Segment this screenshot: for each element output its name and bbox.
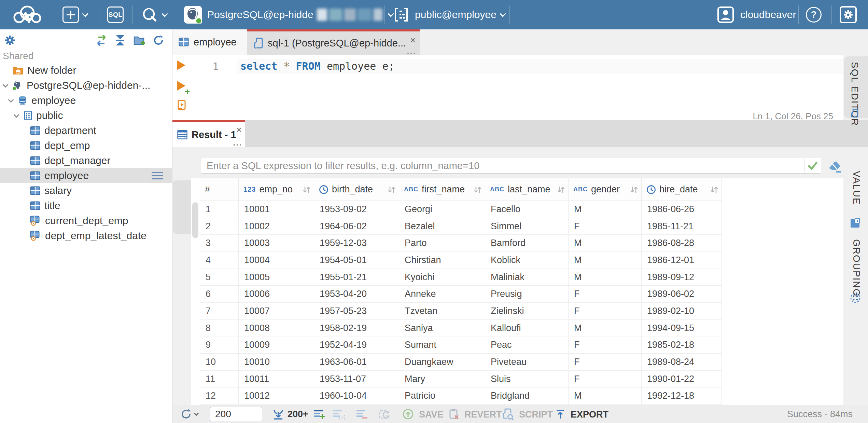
data-cell[interactable]: 1989-09-12 — [642, 269, 722, 286]
revert-label[interactable]: REVERT — [464, 409, 502, 420]
data-cell[interactable]: 1985-02-18 — [642, 337, 722, 354]
data-cell[interactable]: 1986-08-28 — [642, 235, 722, 252]
execute-query-button[interactable] — [177, 60, 185, 70]
data-cell[interactable]: M — [569, 201, 642, 218]
open-sql-editor-button[interactable]: SQL — [107, 0, 124, 29]
data-cell[interactable]: Zielinski — [485, 303, 569, 320]
duplicate-row-button[interactable]: (+) — [332, 405, 346, 423]
data-cell[interactable]: Bamford — [485, 235, 569, 252]
data-cell[interactable]: 1992-12-18 — [642, 388, 722, 405]
data-cell[interactable]: 10007 — [239, 303, 314, 320]
data-cell[interactable]: 10010 — [239, 354, 314, 371]
script-button[interactable] — [502, 405, 514, 423]
row-number-cell[interactable]: 6 — [200, 286, 239, 303]
value-panel-icon[interactable] — [850, 218, 860, 228]
save-button[interactable] — [402, 405, 414, 423]
data-cell[interactable]: Patricio — [399, 388, 485, 405]
close-tab-icon[interactable]: × — [410, 36, 416, 45]
data-cell[interactable]: 10011 — [239, 371, 314, 388]
row-number-cell[interactable]: 7 — [200, 303, 239, 320]
sidebar-item-new-folder[interactable]: New folder — [0, 63, 172, 78]
data-cell[interactable]: 1952-04-19 — [314, 337, 399, 354]
data-cell[interactable]: Piveteau — [485, 354, 569, 371]
data-cell[interactable]: 1990-01-22 — [642, 371, 722, 388]
data-cell[interactable]: M — [569, 388, 642, 405]
column-header-gender[interactable]: ABC gender — [569, 178, 642, 201]
sort-icon[interactable] — [473, 185, 482, 194]
sidebar-item-table-title[interactable]: title — [0, 198, 172, 213]
sort-icon[interactable] — [557, 185, 565, 194]
clear-filter-button[interactable] — [827, 159, 842, 174]
sql-editor-panel-icon[interactable] — [851, 109, 858, 118]
user-menu[interactable]: cloudbeaver — [717, 0, 796, 29]
data-cell[interactable]: 1953-04-20 — [314, 286, 399, 303]
sidebar-item-table-employee[interactable]: employee — [0, 168, 172, 183]
data-cell[interactable]: 1960-10-04 — [314, 388, 399, 405]
execute-script-button[interactable] — [177, 100, 187, 111]
data-cell[interactable]: 1959-12-03 — [314, 235, 399, 252]
data-cell[interactable]: Georgi — [399, 201, 485, 218]
auto-refresh-button[interactable] — [378, 405, 390, 423]
data-cell[interactable]: 1957-05-23 — [314, 303, 399, 320]
data-cell[interactable]: M — [569, 235, 642, 252]
script-label[interactable]: SCRIPT — [519, 409, 553, 420]
refresh-icon[interactable] — [153, 35, 164, 46]
filter-expression-input[interactable] — [201, 158, 821, 174]
data-cell[interactable]: 10006 — [239, 286, 314, 303]
data-cell[interactable]: M — [569, 269, 642, 286]
row-number-cell[interactable]: 2 — [200, 218, 239, 235]
execute-new-tab-button[interactable]: + — [177, 81, 185, 91]
row-number-cell[interactable]: 1 — [200, 201, 239, 218]
data-cell[interactable]: M — [569, 252, 642, 269]
data-cell[interactable]: 1953-09-02 — [314, 201, 399, 218]
help-button[interactable]: ? — [806, 0, 822, 29]
data-cell[interactable]: Koblick — [485, 252, 569, 269]
apply-filter-button[interactable] — [804, 158, 821, 173]
data-cell[interactable]: 1955-01-21 — [314, 269, 399, 286]
sidebar-item-database-employee[interactable]: employee — [0, 93, 172, 108]
connection-selector[interactable]: PostgreSQL@ep-hidde — [184, 0, 393, 29]
result-more-icon[interactable]: ... — [233, 138, 242, 147]
data-cell[interactable]: Sluis — [485, 371, 569, 388]
vertical-scrollbar-thumb[interactable] — [192, 202, 198, 238]
data-cell[interactable]: 10008 — [239, 320, 314, 337]
data-cell[interactable]: Anneke — [399, 286, 485, 303]
sidebar-item-table-dept-manager[interactable]: dept_manager — [0, 153, 172, 168]
row-number-cell[interactable]: 4 — [200, 252, 239, 269]
row-limit-input[interactable] — [210, 407, 262, 421]
item-menu-icon[interactable] — [152, 170, 163, 181]
data-cell[interactable]: 1954-05-01 — [314, 252, 399, 269]
data-cell[interactable]: Sumant — [399, 337, 485, 354]
data-cell[interactable]: 1994-09-15 — [642, 320, 722, 337]
sidebar-settings-gear-icon[interactable] — [3, 34, 16, 47]
tab-table-view[interactable] — [173, 180, 191, 234]
data-cell[interactable]: F — [569, 354, 642, 371]
data-cell[interactable]: Peac — [485, 337, 569, 354]
settings-button[interactable] — [839, 0, 857, 29]
data-cell[interactable]: 1985-11-21 — [642, 218, 722, 235]
tab-result-1[interactable]: Result - 1 × ... — [172, 120, 245, 147]
data-cell[interactable]: Facello — [485, 201, 569, 218]
data-cell[interactable]: Chirstian — [399, 252, 485, 269]
tab-employee[interactable]: employee — [172, 29, 247, 55]
column-header-birth-date[interactable]: birth_date — [314, 178, 399, 201]
expand-chevron-icon[interactable] — [3, 82, 9, 88]
data-cell[interactable]: 1964-06-02 — [314, 218, 399, 235]
data-cell[interactable]: F — [569, 303, 642, 320]
data-cell[interactable]: 10012 — [239, 388, 314, 405]
sql-code-line[interactable]: select * FROM employee e; — [240, 59, 395, 74]
data-cell[interactable]: F — [569, 218, 642, 235]
revert-button[interactable] — [448, 405, 460, 423]
sql-editor[interactable]: + 1 select * FROM employee e; — [172, 55, 843, 110]
data-cell[interactable]: Preusig — [485, 286, 569, 303]
data-cell[interactable]: 10001 — [239, 201, 314, 218]
data-cell[interactable]: 10005 — [239, 269, 314, 286]
sidebar-item-table-department[interactable]: department — [0, 123, 172, 138]
export-button[interactable] — [555, 405, 566, 423]
sidebar-item-view-dept-emp-latest-date[interactable]: dept_emp_latest_date — [0, 228, 172, 243]
expand-chevron-icon[interactable] — [14, 112, 19, 118]
new-object-button[interactable] — [62, 0, 87, 29]
data-cell[interactable]: 10003 — [239, 235, 314, 252]
data-cell[interactable]: Duangkaew — [399, 354, 485, 371]
refresh-result-button[interactable] — [180, 405, 198, 423]
